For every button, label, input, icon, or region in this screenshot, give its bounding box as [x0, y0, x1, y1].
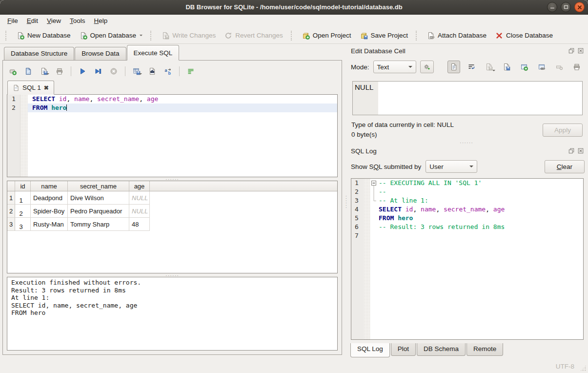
menu-file[interactable]: File — [3, 15, 22, 27]
maximize-button[interactable] — [561, 2, 571, 12]
tab-database-structure[interactable]: Database Structure — [4, 47, 74, 60]
dock-tab-remote[interactable]: Remote — [466, 343, 503, 356]
toolbar-button-label: Open Project — [313, 32, 351, 39]
table-cell[interactable]: Deadpond — [31, 191, 68, 204]
splitter-results-message[interactable]: ······ — [7, 273, 338, 277]
export-data-button[interactable] — [500, 61, 513, 73]
close-tab-icon[interactable]: ✖ — [44, 84, 49, 91]
find-replace-button[interactable]: ab — [163, 66, 173, 76]
text-mode-icon — [450, 63, 458, 71]
table-row: 33Rusty-ManTommy Sharp48 — [7, 218, 150, 231]
copy-link-button[interactable] — [535, 61, 548, 73]
table-cell[interactable]: NULL — [129, 205, 150, 217]
table-cell[interactable]: 1 — [15, 191, 31, 204]
open-database-button[interactable]: Open Database — [75, 30, 147, 41]
column-header-name[interactable]: name — [31, 181, 68, 191]
submitted-by-select[interactable]: User — [426, 160, 477, 173]
dropdown-arrow-icon[interactable] — [46, 73, 49, 76]
print-cell-button[interactable] — [570, 61, 583, 73]
fold-marker-icon — [370, 196, 377, 205]
minimize-button[interactable] — [547, 2, 557, 12]
text-mode-button[interactable] — [447, 61, 460, 73]
dropdown-arrow-icon[interactable] — [140, 32, 142, 39]
attach-database-button[interactable]: Attach Database — [423, 30, 491, 41]
dock-tab-plot[interactable]: Plot — [391, 343, 416, 356]
grid-corner[interactable] — [7, 181, 15, 191]
execute-all-button[interactable] — [78, 66, 87, 76]
row-header[interactable]: 3 — [7, 218, 15, 230]
table-cell[interactable]: Pedro Parqueador — [68, 205, 129, 217]
table-cell[interactable]: Tommy Sharp — [68, 218, 129, 230]
fold-marker-icon[interactable] — [370, 179, 377, 187]
cell-mode-row: Mode: Text — [348, 60, 585, 74]
tab-execute-sql[interactable]: Execute SQL — [127, 45, 180, 61]
table-cell[interactable]: Dive Wilson — [68, 191, 129, 204]
dock-tab-sql-log[interactable]: SQL Log — [350, 343, 390, 357]
export-data-icon — [503, 63, 510, 71]
tab-browse-data[interactable]: Browse Data — [75, 47, 126, 60]
sql-editor[interactable]: 12 SELECT id, name, secret_name, ageFROM… — [7, 94, 338, 177]
open-sql-file-button[interactable] — [23, 66, 33, 76]
close-dock-button[interactable] — [577, 47, 585, 55]
menu-view[interactable]: View — [42, 15, 65, 27]
find-in-sql-button[interactable] — [147, 66, 157, 76]
message-line: Result: 3 rows returned in 8ms — [11, 287, 333, 294]
menu-help[interactable]: Help — [90, 15, 112, 27]
cell-value-editor[interactable]: NULL — [352, 81, 583, 115]
execution-message[interactable]: Execution finished without errors.Result… — [7, 277, 338, 351]
menu-edit[interactable]: Edit — [22, 15, 42, 27]
save-sql-file-button[interactable] — [39, 66, 49, 76]
auto-format-button[interactable] — [420, 61, 434, 73]
menu-tools[interactable]: Tools — [65, 15, 90, 27]
close-button[interactable] — [574, 2, 585, 12]
float-dock-button[interactable] — [568, 147, 575, 155]
table-cell[interactable]: NULL — [129, 191, 150, 204]
titlebar[interactable]: DB Browser for SQLite - /home/user/code/… — [0, 0, 588, 15]
open-project-button[interactable]: Open Project — [298, 30, 356, 41]
table-cell[interactable]: Rusty-Man — [31, 218, 68, 230]
column-header-age[interactable]: age — [129, 181, 150, 191]
toolbar-handle[interactable] — [5, 31, 9, 41]
column-header-id[interactable]: id — [15, 181, 31, 191]
revert-changes-button: Revert Changes — [220, 30, 287, 41]
dock-tab-db-schema[interactable]: DB Schema — [417, 343, 466, 356]
new-database-button[interactable]: New Database — [12, 30, 75, 41]
editor-code-area[interactable]: SELECT id, name, secret_name, ageFROM he… — [28, 95, 337, 177]
word-wrap-button[interactable] — [465, 61, 478, 73]
row-header[interactable]: 1 — [7, 191, 15, 204]
revert-changes-icon — [224, 32, 232, 40]
print-sql-button[interactable] — [55, 66, 64, 76]
table-cell[interactable]: Spider-Boy — [31, 205, 68, 217]
resize-grip-icon[interactable] — [580, 365, 587, 372]
splitter-main[interactable]: ······ — [345, 44, 348, 360]
menubar: FileEditViewToolsHelp — [0, 15, 588, 27]
execute-current-line-button[interactable] — [93, 66, 103, 76]
row-header[interactable]: 2 — [7, 205, 15, 217]
save-project-button[interactable]: Save Project — [356, 30, 413, 41]
log-line — [370, 231, 583, 240]
line-number: 7 — [351, 231, 364, 240]
toggle-word-wrap-button[interactable] — [186, 66, 196, 76]
edit-cell-dock-header: Edit Database Cell — [348, 45, 585, 57]
sql-log-view[interactable]: 1234567 -- EXECUTING ALL IN 'SQL 1'---- … — [351, 178, 584, 340]
open-sql-tab-button[interactable] — [8, 66, 18, 76]
editor-gutter: 12 — [7, 95, 20, 177]
column-header-secret-name[interactable]: secret_name — [68, 181, 129, 191]
dropdown-arrow-icon[interactable] — [139, 73, 142, 76]
splitter-cell-log[interactable]: ······ — [348, 140, 585, 145]
code-line: SELECT id, name, secret_name, age — [28, 95, 337, 104]
main-area: Database StructureBrowse DataExecute SQL… — [0, 44, 588, 360]
mode-select[interactable]: Text — [373, 61, 416, 73]
float-dock-button[interactable] — [568, 47, 575, 55]
print-cell-icon — [573, 63, 581, 71]
clear-button[interactable]: Clear — [545, 160, 585, 173]
close-dock-button[interactable] — [577, 147, 585, 155]
splitter-editor-results[interactable]: ······ — [7, 177, 338, 181]
table-cell[interactable]: 2 — [15, 205, 31, 217]
close-database-button[interactable]: Close Database — [491, 30, 557, 41]
sql-tab[interactable]: SQL 1✖ — [7, 81, 54, 95]
table-cell[interactable]: 48 — [129, 218, 150, 230]
open-external-button[interactable] — [518, 61, 530, 73]
export-results-button[interactable] — [132, 66, 142, 76]
table-cell[interactable]: 3 — [15, 218, 31, 230]
